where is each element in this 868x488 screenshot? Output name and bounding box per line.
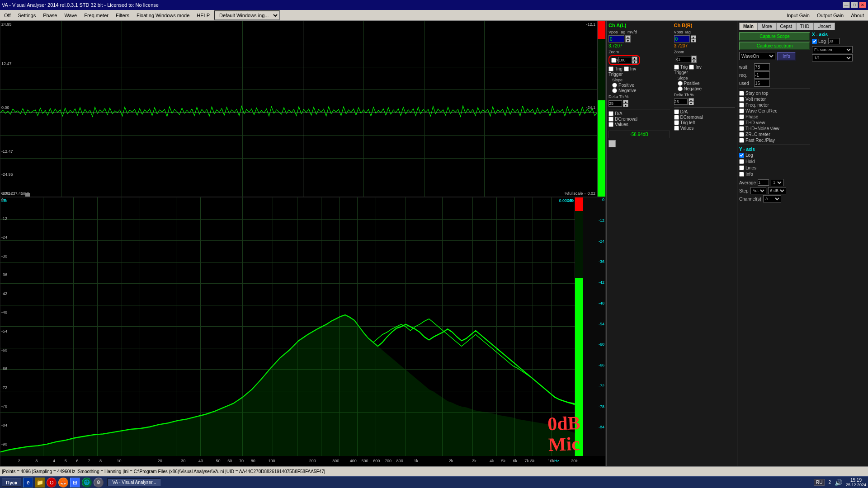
zoom-check-a[interactable]: [611, 58, 616, 63]
tab-bar[interactable]: Main More Cepst THD Uncert: [739, 23, 866, 30]
negative-radio-a[interactable]: [612, 88, 617, 93]
tab-more[interactable]: More: [758, 23, 776, 30]
delta-input-row-b[interactable]: ▲ ▼: [674, 98, 736, 105]
positive-radio-a[interactable]: [612, 83, 617, 88]
phase-row[interactable]: Phase: [739, 114, 810, 119]
menu-floating[interactable]: Floating Windows mode: [133, 11, 193, 19]
zoom-input-a[interactable]: [618, 57, 632, 63]
negative-row-a[interactable]: Negative: [612, 88, 670, 93]
delta-spin-a[interactable]: ▲ ▼: [623, 100, 628, 107]
maximize-button[interactable]: □: [851, 2, 858, 8]
active-app-button[interactable]: VA - Visual Analyser...: [107, 479, 161, 486]
capture-spectrum-btn[interactable]: Capture spectrum: [739, 42, 810, 50]
vpos-spin-b[interactable]: ▲ ▼: [691, 35, 696, 42]
zrlc-check[interactable]: [739, 132, 744, 137]
menu-off[interactable]: Off: [1, 11, 14, 19]
menu-about[interactable]: About: [848, 11, 867, 19]
close-button[interactable]: ✕: [859, 2, 866, 8]
thdview-row[interactable]: THD view: [739, 120, 810, 125]
delta-down-a[interactable]: ▼: [623, 103, 628, 107]
channel-select[interactable]: A B A+B: [763, 195, 781, 202]
fastrec-row[interactable]: Fast Rec./Play: [739, 138, 810, 143]
positive-row-a[interactable]: Positive: [612, 83, 670, 88]
dcremoval-row-a[interactable]: DCremoval: [609, 117, 670, 122]
xlog-check[interactable]: [812, 39, 817, 44]
delta-up-b[interactable]: ▲: [689, 98, 694, 102]
scroll-a[interactable]: ▼: [609, 140, 616, 147]
vpos-down-b[interactable]: ▼: [691, 39, 696, 42]
positive-radio-b[interactable]: [678, 81, 683, 86]
tab-thd[interactable]: THD: [796, 23, 814, 30]
req-input[interactable]: [754, 71, 770, 79]
zoom-up-b[interactable]: ▲: [691, 56, 697, 59]
vpos-up-a[interactable]: ▲: [625, 35, 631, 39]
menu-filters[interactable]: Filters: [113, 11, 132, 19]
dcremoval-check-a[interactable]: [609, 117, 613, 122]
windows-dropdown[interactable]: Default Windows ing...: [214, 10, 280, 20]
log-check[interactable]: [739, 153, 744, 158]
average-input[interactable]: [758, 179, 769, 186]
step-auto-select[interactable]: Auto: [750, 187, 766, 194]
used-input[interactable]: [754, 80, 770, 87]
stayon-row[interactable]: Stay on top: [739, 91, 810, 96]
da-check-a[interactable]: [609, 111, 613, 116]
hold-check[interactable]: [739, 159, 744, 164]
step-db-select[interactable]: 6 dB 3 dB: [768, 187, 786, 194]
start-button[interactable]: Пуск: [2, 479, 21, 487]
trig-row-b[interactable]: Trig Inv: [674, 65, 736, 70]
xvalue-input[interactable]: [828, 38, 840, 44]
zoom-down-a[interactable]: ▼: [632, 60, 637, 64]
negative-row-b[interactable]: Negative: [678, 86, 736, 91]
tab-main[interactable]: Main: [739, 23, 758, 30]
vpos-value-b[interactable]: [674, 35, 690, 42]
vpos-up-b[interactable]: ▲: [691, 35, 696, 39]
vpos-input-row-a[interactable]: ▲ ▼: [609, 35, 670, 42]
delta-up-a[interactable]: ▲: [623, 100, 628, 103]
dcremoval-row-b[interactable]: DCremoval: [674, 115, 736, 120]
menu-freqmeter[interactable]: Freq.meter: [81, 11, 112, 19]
zrlc-row[interactable]: ZRLC meter: [739, 132, 810, 137]
log-row[interactable]: Log: [739, 153, 756, 158]
inv-check-a[interactable]: [624, 66, 629, 71]
freqmeter-check[interactable]: [739, 103, 744, 108]
da-check-b[interactable]: [674, 109, 679, 114]
values-row-b[interactable]: Values: [674, 126, 736, 131]
menu-inputgain[interactable]: Input Gain: [783, 11, 813, 19]
menu-help[interactable]: HELP: [193, 11, 213, 19]
values-check-b[interactable]: [674, 126, 679, 131]
minimize-button[interactable]: —: [843, 2, 850, 8]
positive-row-b[interactable]: Positive: [678, 81, 736, 86]
tab-cepst[interactable]: Cepst: [776, 23, 796, 30]
ie-icon[interactable]: e: [23, 478, 33, 488]
audio-icon[interactable]: 🔊: [835, 479, 842, 486]
da-row-b[interactable]: D/A: [674, 109, 736, 114]
thdnoise-check[interactable]: [739, 126, 744, 131]
delta-input-row-a[interactable]: ▲ ▼: [609, 100, 670, 107]
tiles-icon[interactable]: ⊞: [70, 478, 80, 488]
network-icon[interactable]: 🌐: [82, 478, 92, 488]
vpos-input-row-b[interactable]: ▲ ▼: [674, 35, 736, 42]
hold-row[interactable]: Hold: [739, 159, 756, 164]
fitscreen-select[interactable]: Fit screen 1:1: [812, 46, 853, 53]
zoom-spin-a[interactable]: ▲ ▼: [632, 56, 637, 64]
trig-check-b[interactable]: [674, 65, 679, 70]
zoom-input-b[interactable]: [678, 56, 691, 62]
lines-check[interactable]: [739, 165, 744, 170]
phase-check[interactable]: [739, 114, 744, 119]
firefox-icon[interactable]: 🦊: [58, 478, 68, 488]
zoom-spin-b[interactable]: ▲ ▼: [691, 56, 697, 63]
window-controls[interactable]: — □ ✕: [843, 2, 866, 8]
freqmeter-row[interactable]: Freq. meter: [739, 103, 810, 108]
delta-input-b[interactable]: [674, 99, 688, 105]
zoom-down-b[interactable]: ▼: [691, 59, 697, 63]
voltmeter-row[interactable]: Volt meter: [739, 97, 810, 102]
wait-input[interactable]: [754, 63, 770, 70]
info-row[interactable]: Info: [739, 172, 756, 177]
waverec-check[interactable]: [739, 108, 744, 113]
zoom-up-a[interactable]: ▲: [632, 56, 637, 60]
average-select[interactable]: 1 2 4: [771, 179, 783, 186]
info-btn[interactable]: Info: [777, 52, 796, 61]
da-row-a[interactable]: D/A: [609, 111, 670, 116]
menu-settings[interactable]: Settings: [14, 11, 39, 19]
oneone-select[interactable]: 1/1 1/3: [812, 54, 853, 61]
